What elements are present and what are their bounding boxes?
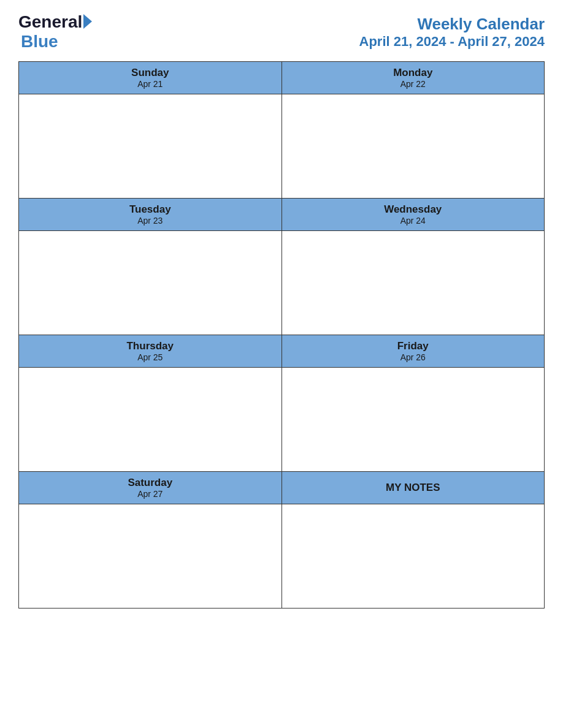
logo-triangle-icon [83, 14, 92, 29]
page-header: General Blue Weekly Calendar April 21, 2… [18, 12, 545, 51]
row-thursday-friday-content [19, 368, 545, 472]
row-saturday-notes-header: Saturday Apr 27 MY NOTES [19, 472, 545, 504]
row-saturday-notes-content [19, 504, 545, 609]
tuesday-date: Apr 23 [21, 216, 279, 226]
calendar-subtitle: April 21, 2024 - April 27, 2024 [359, 34, 545, 50]
friday-name: Friday [285, 340, 542, 352]
saturday-name: Saturday [21, 477, 279, 489]
thursday-content [19, 368, 282, 472]
saturday-content [19, 504, 282, 609]
calendar-table: Sunday Apr 21 Monday Apr 22 Tuesday Apr … [18, 61, 545, 609]
row-tuesday-wednesday-content [19, 231, 545, 335]
sunday-date: Apr 21 [21, 79, 279, 89]
tuesday-content [19, 231, 282, 335]
friday-content [282, 368, 545, 472]
sunday-header: Sunday Apr 21 [19, 62, 282, 94]
monday-header: Monday Apr 22 [282, 62, 545, 94]
logo: General Blue [18, 12, 92, 51]
thursday-date: Apr 25 [21, 352, 279, 362]
friday-date: Apr 26 [285, 352, 542, 362]
row-thursday-friday-header: Thursday Apr 25 Friday Apr 26 [19, 335, 545, 368]
notes-header: MY NOTES [282, 472, 545, 504]
logo-blue-text: Blue [21, 32, 58, 51]
wednesday-date: Apr 24 [285, 216, 542, 226]
row-sunday-monday-header: Sunday Apr 21 Monday Apr 22 [19, 62, 545, 94]
row-sunday-monday-content [19, 94, 545, 199]
monday-name: Monday [285, 67, 542, 79]
logo-general-text: General [18, 12, 82, 32]
friday-header: Friday Apr 26 [282, 335, 545, 368]
row-tuesday-wednesday-header: Tuesday Apr 23 Wednesday Apr 24 [19, 199, 545, 231]
saturday-date: Apr 27 [21, 489, 279, 499]
sunday-content [19, 94, 282, 199]
monday-content [282, 94, 545, 199]
wednesday-header: Wednesday Apr 24 [282, 199, 545, 231]
calendar-title: Weekly Calendar [359, 15, 545, 34]
thursday-name: Thursday [21, 340, 279, 352]
tuesday-name: Tuesday [21, 203, 279, 216]
notes-content [282, 504, 545, 609]
saturday-header: Saturday Apr 27 [19, 472, 282, 504]
thursday-header: Thursday Apr 25 [19, 335, 282, 368]
title-section: Weekly Calendar April 21, 2024 - April 2… [359, 15, 545, 50]
sunday-name: Sunday [21, 67, 279, 79]
monday-date: Apr 22 [285, 79, 542, 89]
wednesday-name: Wednesday [285, 203, 542, 216]
tuesday-header: Tuesday Apr 23 [19, 199, 282, 231]
wednesday-content [282, 231, 545, 335]
